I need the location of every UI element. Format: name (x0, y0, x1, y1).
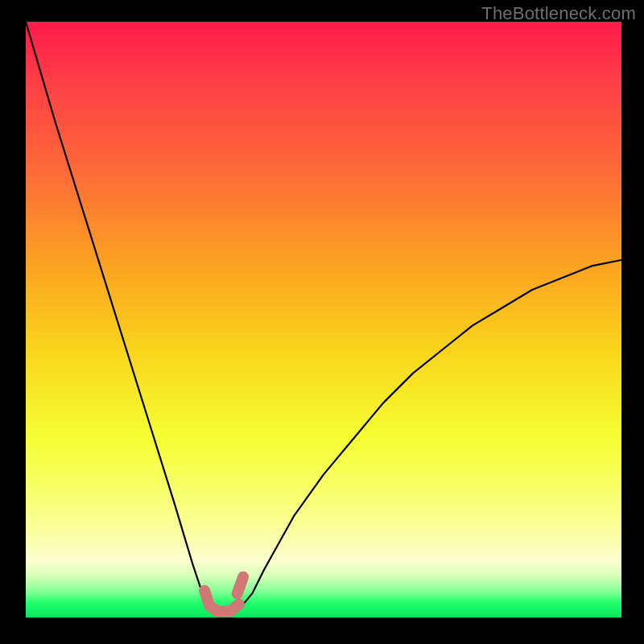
chart-frame (26, 22, 621, 617)
bottleneck-curve (26, 22, 621, 617)
watermark-text: TheBottleneck.com (481, 3, 636, 24)
